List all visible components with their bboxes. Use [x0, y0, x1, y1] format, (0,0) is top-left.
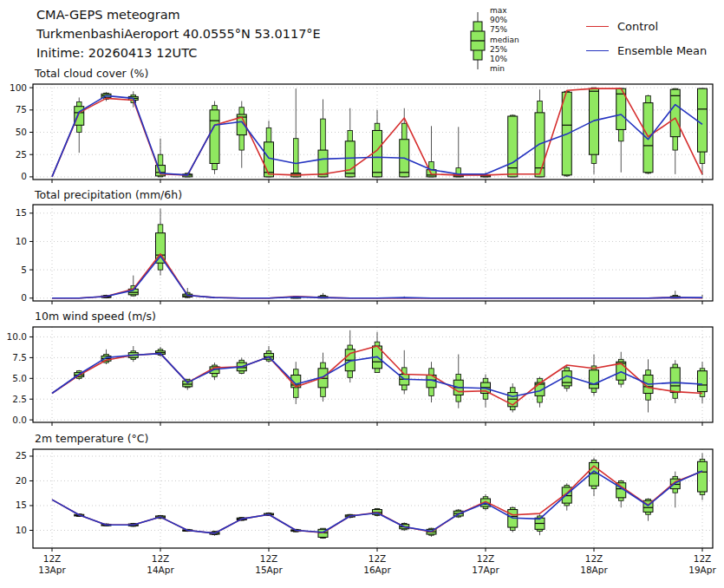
station-coordinates: TurkmenbashiAeroport 40.0555°N 53.0117°E [36, 27, 321, 42]
control-legend-label: Control [617, 20, 658, 33]
svg-text:20: 20 [16, 475, 27, 486]
svg-text:75: 75 [16, 104, 27, 114]
init-time: Initime: 20260413 12UTC [36, 46, 197, 61]
ensemble-mean-line-swatch [586, 50, 609, 51]
svg-text:0.0: 0.0 [12, 415, 27, 425]
svg-text:15: 15 [16, 207, 27, 218]
svg-text:10: 10 [16, 525, 27, 535]
svg-text:100: 100 [10, 82, 27, 93]
legend-75-label: 75% [490, 25, 519, 35]
ensemble-legend-label: Ensemble Mean [617, 44, 707, 57]
svg-text:12Z: 12Z [152, 553, 170, 564]
svg-text:0: 0 [21, 292, 27, 303]
legend-25-label: 25% [490, 45, 519, 55]
svg-text:18Apr: 18Apr [580, 565, 608, 575]
svg-text:25: 25 [16, 450, 27, 461]
svg-text:12Z: 12Z [43, 553, 62, 564]
meteogram-page: 02550751000510150.02.55.07.510.010152025… [0, 0, 724, 588]
svg-text:7.5: 7.5 [12, 352, 27, 363]
wind-speed-title: 10m wind speed (m/s) [35, 310, 156, 323]
boxplot-legend-icon [466, 0, 489, 76]
legend-median-label: median [490, 36, 519, 45]
legend-90-label: 90% [490, 16, 519, 25]
legend-max-label: max [490, 6, 519, 16]
svg-text:19Apr: 19Apr [688, 565, 716, 575]
svg-text:12Z: 12Z [260, 553, 278, 564]
svg-text:12Z: 12Z [694, 553, 712, 564]
svg-text:50: 50 [16, 127, 27, 137]
svg-text:16Apr: 16Apr [363, 565, 391, 575]
cloud-cover-title: Total cloud cover (%) [35, 67, 148, 80]
svg-text:14Apr: 14Apr [147, 565, 174, 575]
svg-text:12Z: 12Z [477, 553, 495, 564]
svg-text:15: 15 [16, 500, 27, 510]
svg-text:2.5: 2.5 [12, 394, 27, 404]
boxplot-legend-labels: max 90% 75% median 25% 10% min [490, 6, 519, 74]
precipitation-title: Total precipitation (mm/6h) [35, 188, 182, 201]
page-title: CMA-GEPS meteogram [36, 8, 180, 23]
svg-text:25: 25 [16, 149, 27, 160]
svg-text:12Z: 12Z [369, 553, 387, 564]
svg-text:0: 0 [21, 171, 27, 181]
svg-text:17Apr: 17Apr [472, 565, 499, 575]
svg-text:12Z: 12Z [585, 553, 603, 564]
svg-text:10.0: 10.0 [7, 331, 27, 342]
svg-text:15Apr: 15Apr [255, 565, 283, 575]
meteogram-charts: 02550751000510150.02.55.07.510.010152025… [0, 0, 724, 588]
svg-text:5.0: 5.0 [12, 373, 27, 383]
legend-min-label: min [490, 64, 519, 74]
svg-text:5: 5 [21, 265, 27, 275]
svg-text:10: 10 [16, 236, 27, 246]
temperature-title: 2m temperature (°C) [35, 432, 148, 445]
control-legend-item: Control [586, 20, 658, 33]
legend-10-label: 10% [490, 55, 519, 64]
svg-text:13Apr: 13Apr [38, 565, 66, 575]
control-line-swatch [586, 26, 609, 27]
ensemble-legend-item: Ensemble Mean [586, 44, 707, 57]
